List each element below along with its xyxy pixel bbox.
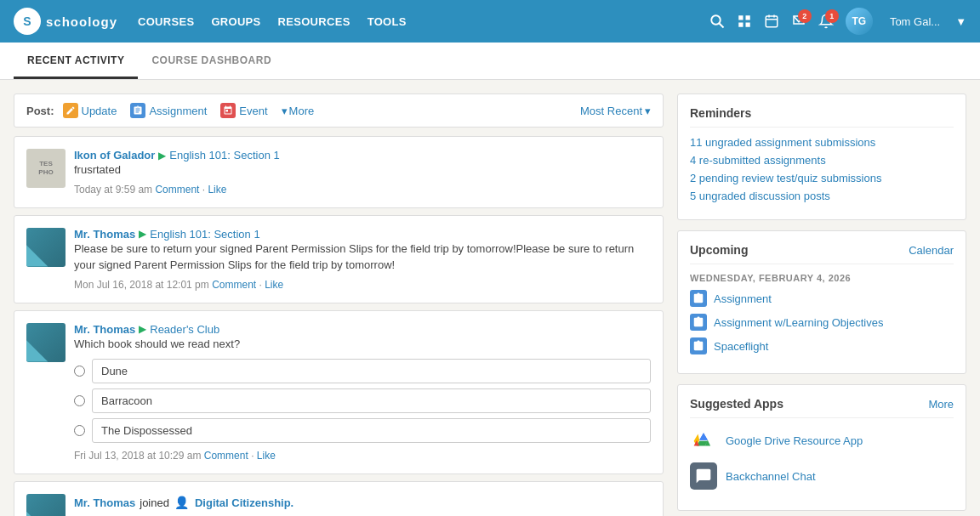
reminder-item[interactable]: 2 pending review test/quiz submissions [690, 172, 954, 184]
post-assignment-btn[interactable]: Assignment [130, 103, 207, 118]
messages-icon[interactable]: 2 [791, 14, 806, 29]
tab-course-dashboard[interactable]: COURSE DASHBOARD [138, 43, 285, 79]
reminder-item[interactable]: 11 ungraded assignment submissions [690, 136, 954, 149]
chat-icon [690, 462, 717, 490]
upcoming-card: Upcoming Calendar WEDNESDAY, FEBRUARY 4,… [677, 230, 966, 374]
user-link[interactable]: Mr. Thomas [74, 228, 135, 241]
svg-rect-3 [745, 15, 749, 20]
messages-badge: 2 [798, 9, 812, 23]
event-icon [220, 103, 236, 118]
user-link[interactable]: Mr. Thomas [74, 496, 135, 509]
suggested-item: Backchannel Chat [690, 462, 954, 490]
avatar [26, 228, 66, 267]
arrow-icon: ▶ [139, 228, 146, 240]
poll-radio[interactable] [74, 395, 85, 406]
post-update-btn[interactable]: Update [63, 103, 117, 118]
activity-item: Mr. Thomas ▶ English 101: Section 1 Plea… [14, 215, 664, 303]
suggested-app-label[interactable]: Google Drive Resource App [726, 434, 863, 447]
nav-links: COURSES GROUPS RESOURCES TOOLS [138, 15, 709, 28]
comment-link[interactable]: Comment [204, 450, 248, 462]
nav-tools[interactable]: TOOLS [368, 15, 407, 28]
assignment-icon [690, 290, 707, 307]
activity-item: Mr. Thomas ▶ Reader's Club Which book sh… [14, 310, 664, 475]
suggested-more[interactable]: More [928, 398, 954, 411]
poll-options: Dune Barracoon The Dispossessed [74, 359, 651, 443]
logo[interactable]: S schoology [14, 8, 117, 35]
like-link[interactable]: Like [257, 450, 276, 462]
svg-point-0 [711, 15, 721, 25]
reminders-title: Reminders [690, 106, 954, 128]
course-link[interactable]: English 101: Section 1 [169, 149, 279, 162]
user-menu-chevron[interactable]: ▼ [955, 15, 966, 28]
poll-option: The Dispossessed [74, 418, 651, 443]
svg-rect-6 [766, 16, 778, 27]
activity-item: TESPHO Ikon of Galador ▶ English 101: Se… [14, 136, 664, 208]
like-link[interactable]: Like [208, 184, 226, 196]
notifications-badge: 1 [825, 9, 839, 23]
notifications-icon[interactable]: 1 [818, 14, 834, 29]
nav-courses[interactable]: COURSES [138, 15, 194, 28]
post-label: Post: [26, 105, 54, 117]
joined-text: joined [140, 496, 169, 509]
page-content: Post: Update Assignment [0, 80, 980, 516]
assignment-icon [130, 103, 145, 118]
user-name[interactable]: Tom Gal... [890, 15, 940, 28]
arrow-icon: ▶ [139, 323, 146, 335]
avatar: TESPHO [26, 149, 66, 188]
post-assignment-label: Assignment [149, 105, 207, 117]
avatar [26, 494, 66, 516]
nav-resources[interactable]: RESOURCES [278, 15, 350, 28]
activity-item: Mr. Thomas joined 👤 Digital Citizenship.… [14, 481, 664, 516]
avatar [26, 323, 66, 362]
svg-line-1 [719, 23, 723, 27]
group-link[interactable]: Digital Citizenship. [195, 496, 293, 509]
item-body: frusrtated [74, 162, 651, 179]
reminder-item[interactable]: 5 ungraded discussion posts [690, 190, 954, 202]
suggested-apps-card: Suggested Apps More Google Drive Resourc… [677, 384, 966, 511]
poll-radio[interactable] [74, 366, 85, 377]
suggested-item: Google Drive Resource App [690, 427, 954, 454]
group-icon: 👤 [174, 494, 191, 511]
grid-icon[interactable] [737, 14, 752, 29]
reminders-card: Reminders 11 ungraded assignment submiss… [677, 94, 966, 220]
comment-link[interactable]: Comment [212, 279, 256, 291]
tabs-bar: RECENT ACTIVITY COURSE DASHBOARD [0, 43, 980, 80]
upcoming-item: Assignment w/Learning Objectives [690, 314, 954, 331]
upcoming-item-label[interactable]: Spaceflight [714, 340, 768, 353]
upcoming-item-label[interactable]: Assignment w/Learning Objectives [714, 316, 883, 329]
item-footer: Fri Jul 13, 2018 at 10:29 am Comment · L… [74, 450, 651, 462]
post-event-btn[interactable]: Event [220, 103, 267, 118]
post-more-btn[interactable]: ▾ More [282, 105, 315, 117]
sort-dropdown[interactable]: Most Recent ▾ [580, 105, 651, 117]
poll-radio[interactable] [74, 425, 85, 436]
suggested-app-label[interactable]: Backchannel Chat [726, 470, 816, 483]
svg-rect-5 [745, 23, 749, 27]
upcoming-title: Upcoming [690, 243, 748, 257]
course-link[interactable]: English 101: Section 1 [150, 228, 259, 241]
gdrive-icon [690, 427, 717, 454]
like-link[interactable]: Like [265, 279, 283, 291]
course-link[interactable]: Reader's Club [150, 323, 219, 336]
user-link[interactable]: Mr. Thomas [74, 323, 135, 336]
item-footer: Mon Jul 16, 2018 at 12:01 pm Comment · L… [74, 279, 651, 291]
upcoming-item-label[interactable]: Assignment [714, 292, 772, 305]
arrow-icon: ▶ [158, 150, 166, 162]
item-time: Today at 9:59 am [74, 184, 152, 196]
item-footer: Today at 9:59 am Comment · Like [74, 184, 651, 196]
nav-groups[interactable]: GROUPS [211, 15, 260, 28]
user-link[interactable]: Ikon of Galador [74, 149, 155, 162]
search-icon[interactable] [709, 14, 725, 29]
user-avatar[interactable]: TG [846, 8, 873, 35]
svg-rect-2 [738, 15, 743, 20]
navbar: S schoology COURSES GROUPS RESOURCES TOO… [0, 0, 980, 43]
chevron-icon: ▾ [282, 105, 288, 117]
tab-recent-activity[interactable]: RECENT ACTIVITY [14, 43, 138, 79]
poll-option-text: Barracoon [92, 388, 651, 413]
logo-text: schoology [46, 14, 117, 29]
upcoming-item: Spaceflight [690, 337, 954, 354]
comment-link[interactable]: Comment [155, 184, 199, 196]
item-time: Mon Jul 16, 2018 at 12:01 pm [74, 279, 209, 291]
calendar-icon[interactable] [764, 14, 779, 29]
reminder-item[interactable]: 4 re-submitted assignments [690, 154, 954, 167]
calendar-link[interactable]: Calendar [909, 244, 954, 257]
